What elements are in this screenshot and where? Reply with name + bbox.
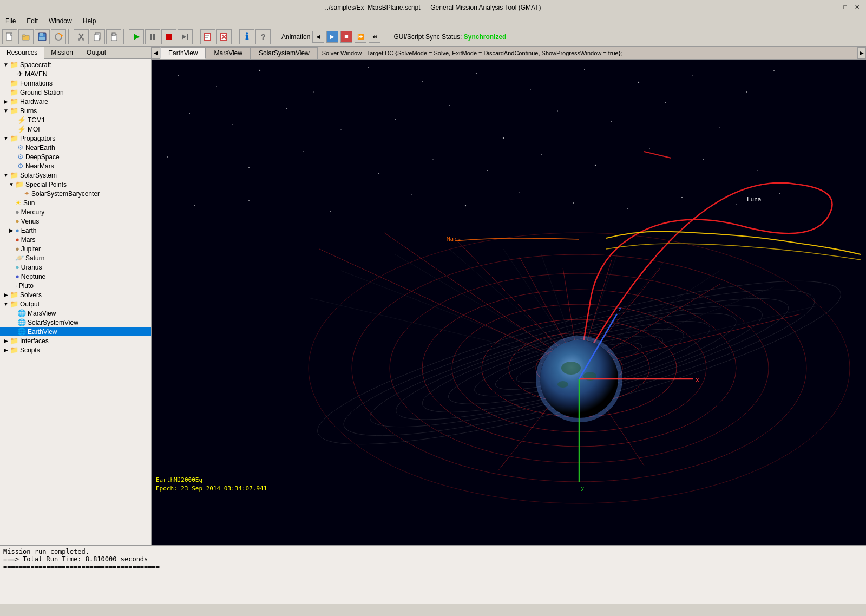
window-controls[interactable]: — □ ✕ — [828, 4, 862, 11]
tab-earthview[interactable]: EarthView — [160, 47, 206, 59]
tab-solarsystemview[interactable]: SolarSystemView — [251, 47, 318, 59]
tree-item-interfaces[interactable]: ▶ 📁 Interfaces — [0, 336, 151, 345]
svg-point-58 — [487, 170, 488, 171]
tree-item-ssbarycenter[interactable]: ✦ SolarSystemBarycenter — [0, 189, 151, 198]
tree-item-earth[interactable]: ▶ ● Earth — [0, 226, 151, 235]
tree-item-special-points[interactable]: ▼ 📁 Special Points — [0, 180, 151, 189]
3d-viewport[interactable]: x y z Mars Luna EarthMJ2000Eq Epoch: 23 … — [152, 60, 866, 545]
tree-item-nearearth[interactable]: ⚙ NearEarth — [0, 143, 151, 152]
help-button[interactable]: ? — [255, 29, 271, 44]
maximize-btn[interactable]: □ — [841, 4, 849, 11]
tab-solver-window[interactable]: Solver Window - Target DC {SolveMode = S… — [318, 47, 857, 59]
tree-item-deepspace[interactable]: ⚙ DeepSpace — [0, 152, 151, 161]
tree-item-mercury[interactable]: ● Mercury — [0, 207, 151, 217]
tree-item-solarsystem[interactable]: ▼ 📁 SolarSystem — [0, 171, 151, 180]
new-button[interactable] — [2, 29, 17, 44]
tree-item-pluto[interactable]: · Pluto — [0, 281, 151, 290]
burn-icon-moi: ⚡ — [17, 125, 26, 133]
tree-item-output[interactable]: ▼ 📁 Output — [0, 299, 151, 309]
tree-item-saturn[interactable]: 🪐 Saturn — [0, 253, 151, 263]
paste-button[interactable] — [106, 29, 121, 44]
tree-item-marsview[interactable]: 🌐 MarsView — [0, 309, 151, 318]
tree-item-formations[interactable]: 📁 Formations — [0, 78, 151, 88]
tree-item-solarsystemview[interactable]: 🌐 SolarSystemView — [0, 318, 151, 327]
copy-button[interactable] — [90, 29, 105, 44]
tab-output[interactable]: Output — [80, 47, 113, 58]
tree-item-sun[interactable]: ☀ Sun — [0, 198, 151, 207]
run-button[interactable] — [129, 29, 144, 44]
script-edit-button[interactable] — [200, 29, 215, 44]
info-button[interactable]: ℹ — [239, 29, 254, 44]
tree-item-ground-station[interactable]: 📁 Ground Station — [0, 88, 151, 97]
anim-play-button[interactable]: ▶ — [326, 31, 338, 43]
svg-point-65 — [248, 200, 250, 201]
uranus-icon: ● — [15, 263, 19, 271]
neptune-label: Neptune — [21, 273, 45, 280]
step-button[interactable] — [178, 29, 193, 44]
tree-item-venus[interactable]: ● Venus — [0, 217, 151, 226]
tree-item-jupiter[interactable]: ● Jupiter — [0, 244, 151, 253]
tab-mission[interactable]: Mission — [44, 47, 80, 58]
toggle-earth[interactable]: ▶ — [8, 227, 15, 233]
tree-item-hardware[interactable]: ▶ 📁 Hardware — [0, 97, 151, 106]
toggle-burns[interactable]: ▼ — [2, 108, 10, 114]
tab-resources[interactable]: Resources — [0, 47, 44, 59]
svg-point-68 — [465, 205, 466, 206]
toggle-propagators[interactable]: ▼ — [2, 135, 10, 141]
menu-help[interactable]: Help — [80, 16, 100, 26]
toggle-output[interactable]: ▼ — [2, 301, 10, 307]
tree-item-neptune[interactable]: ● Neptune — [0, 272, 151, 281]
burns-label: Burns — [20, 107, 37, 115]
tree-item-tcm1[interactable]: ⚡ TCM1 — [0, 115, 151, 124]
svg-point-41 — [773, 70, 775, 71]
menu-edit[interactable]: Edit — [23, 16, 41, 26]
minimize-btn[interactable]: — — [828, 4, 838, 11]
menu-bar: File Edit Window Help — [0, 15, 866, 27]
tree-item-propagators[interactable]: ▼ 📁 Propagators — [0, 134, 151, 143]
tree-item-solvers[interactable]: ▶ 📁 Solvers — [0, 290, 151, 299]
tab-marsview[interactable]: MarsView — [206, 47, 250, 59]
toggle-hardware[interactable]: ▶ — [2, 99, 10, 104]
tab-scroll-left[interactable]: ◀ — [152, 47, 160, 59]
pause-button[interactable] — [145, 29, 160, 44]
sep3 — [195, 29, 198, 44]
svg-point-38 — [638, 82, 639, 83]
view-tabs: ◀ EarthView MarsView SolarSystemView Sol… — [152, 47, 866, 60]
animation-controls: Animation ◀ ▶ ⏹ ⏩ ⏮ — [281, 31, 380, 43]
tree-item-spacecraft[interactable]: ▼ 📁 Spacecraft — [0, 60, 151, 69]
cut-button[interactable] — [74, 29, 89, 44]
mars-label: Mars — [21, 236, 36, 244]
anim-stop-button[interactable]: ⏹ — [340, 31, 352, 43]
menu-file[interactable]: File — [2, 16, 19, 26]
anim-rewind-button[interactable]: ⏮ — [369, 31, 380, 43]
svg-point-118 — [557, 381, 568, 388]
earthview-icon: 🌐 — [17, 327, 26, 336]
toggle-special-points[interactable]: ▼ — [8, 181, 15, 187]
close-btn[interactable]: ✕ — [852, 4, 862, 11]
tree-item-maven[interactable]: ✈ MAVEN — [0, 69, 151, 78]
tree-item-nearmars[interactable]: ⚙ NearMars — [0, 161, 151, 171]
toggle-solvers[interactable]: ▶ — [2, 292, 10, 298]
reload-button[interactable] — [51, 29, 66, 44]
tree-item-scripts[interactable]: ▶ 📁 Scripts — [0, 345, 151, 355]
tree-item-earthview[interactable]: 🌐 EarthView — [0, 327, 151, 336]
toggle-spacecraft[interactable]: ▼ — [2, 62, 10, 68]
anim-fast-button[interactable]: ⏩ — [355, 31, 366, 43]
tree-item-uranus[interactable]: ● Uranus — [0, 263, 151, 272]
toggle-solarsystem[interactable]: ▼ — [2, 172, 10, 178]
tab-scroll-right[interactable]: ▶ — [857, 47, 866, 59]
open-button[interactable] — [18, 29, 34, 44]
toggle-scripts[interactable]: ▶ — [2, 347, 10, 353]
stop-button[interactable] — [161, 29, 176, 44]
tree-item-moi[interactable]: ⚡ MOI — [0, 124, 151, 134]
save-button[interactable] — [35, 29, 50, 44]
script-close-button[interactable] — [216, 29, 232, 44]
sep6 — [383, 29, 386, 44]
anim-prev-button[interactable]: ◀ — [312, 31, 324, 43]
sep4 — [234, 29, 237, 44]
tree-item-mars[interactable]: ● Mars — [0, 235, 151, 244]
tree-item-burns[interactable]: ▼ 📁 Burns — [0, 106, 151, 115]
svg-point-55 — [303, 151, 304, 152]
toggle-interfaces[interactable]: ▶ — [2, 338, 10, 344]
menu-window[interactable]: Window — [45, 16, 75, 26]
